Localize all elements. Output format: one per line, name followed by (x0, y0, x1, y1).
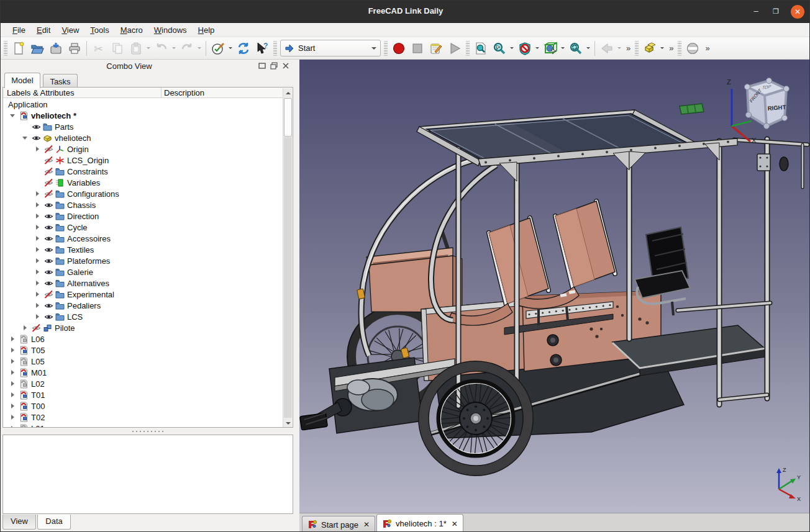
scrollbar-thumb[interactable] (284, 98, 292, 137)
tree-row[interactable]: Cycle (3, 222, 283, 233)
tree-row[interactable]: Constraints (3, 166, 283, 177)
expander-icon[interactable] (32, 289, 43, 300)
tree-row[interactable]: Plateformes (3, 255, 283, 266)
tree-row[interactable]: T02 (3, 412, 283, 423)
dock-float-icon[interactable] (270, 61, 280, 71)
panel-splitter[interactable] (131, 430, 165, 433)
expander-icon[interactable] (32, 266, 43, 277)
minimize-button[interactable]: – (749, 5, 763, 19)
tree-row[interactable]: Variables (3, 177, 283, 188)
expander-icon[interactable] (32, 255, 43, 266)
expander-icon[interactable] (32, 233, 43, 244)
navigation-cube[interactable]: Y RIGHT FRONT TOP Z X (719, 73, 794, 145)
part-workbench-icon[interactable] (641, 40, 658, 57)
toolbar-drag-handle[interactable] (678, 41, 681, 56)
menu-file[interactable]: File (7, 24, 31, 36)
tree-row[interactable]: M01 (3, 367, 283, 378)
toolbar-overflow-icon[interactable]: » (623, 43, 633, 53)
expander-icon[interactable] (32, 311, 43, 322)
tree-row[interactable]: Chassis (3, 199, 283, 210)
tab-data-properties[interactable]: Data (37, 515, 71, 530)
open-folder-icon[interactable] (29, 40, 46, 57)
toolbar-drag-handle[interactable] (384, 41, 388, 56)
expander-icon[interactable] (7, 378, 18, 389)
tree-row[interactable]: Direction (3, 210, 283, 222)
title-bar[interactable]: FreeCAD Link Daily – ❐ ✕ (1, 1, 810, 23)
tree-scrollbar[interactable] (283, 88, 292, 428)
scroll-down-icon[interactable] (283, 418, 293, 428)
tree-row[interactable]: T01 (3, 389, 283, 400)
expander-icon[interactable] (32, 222, 43, 233)
dock-splitter[interactable] (295, 60, 299, 532)
tree-row[interactable]: L02 (3, 378, 283, 389)
tree-row[interactable]: Experimental (3, 289, 283, 300)
clipping-plane-icon[interactable] (516, 40, 534, 57)
tree-row[interactable]: T00 (3, 400, 283, 412)
tree-row[interactable]: L05 (3, 356, 283, 367)
menu-help[interactable]: Help (193, 24, 221, 36)
mdi-tab-vheliotech-1-[interactable]: vheliotech : 1*✕ (376, 514, 463, 532)
tree-row[interactable]: Textiles (3, 244, 283, 255)
menu-view[interactable]: View (56, 24, 84, 36)
mdi-tab-start-page[interactable]: Start page✕ (302, 516, 375, 532)
dropdown-arrow-icon[interactable] (558, 40, 567, 57)
toolbar-drag-handle[interactable] (635, 41, 639, 56)
expander-icon[interactable] (7, 333, 18, 345)
toolbar-overflow-icon[interactable]: » (702, 43, 712, 53)
expander-icon[interactable] (7, 423, 18, 428)
menu-tools[interactable]: Tools (84, 24, 114, 36)
expander-icon[interactable] (19, 132, 30, 143)
dropdown-arrow-icon[interactable] (507, 40, 516, 57)
expander-icon[interactable] (7, 345, 18, 356)
expander-icon[interactable] (32, 143, 43, 155)
tree-row[interactable]: Accessoires (3, 233, 283, 244)
expander-icon[interactable] (7, 412, 18, 423)
column-description[interactable]: Description (164, 88, 204, 97)
tree-row[interactable]: LCS (3, 311, 283, 322)
tree-row[interactable]: Pilote (3, 322, 283, 333)
workbench-selector[interactable]: Start (280, 40, 381, 56)
web-icon[interactable] (684, 40, 701, 57)
tab-close-icon[interactable]: ✕ (452, 520, 458, 528)
expander-icon[interactable] (32, 210, 43, 222)
macro-edit-icon[interactable] (427, 40, 445, 57)
expander-icon[interactable] (32, 244, 43, 255)
close-button[interactable]: ✕ (791, 5, 804, 19)
expander-icon[interactable] (32, 199, 43, 210)
expander-icon[interactable] (32, 300, 43, 311)
tree-row[interactable]: Parts (3, 121, 283, 132)
tree-row[interactable]: Alternatives (3, 277, 283, 289)
tree-row[interactable]: L06 (3, 333, 283, 345)
expander-icon[interactable] (32, 277, 43, 289)
dock-minimize-icon[interactable] (258, 61, 268, 71)
tree-row[interactable]: vheliotech * (3, 110, 283, 121)
macro-stop-icon[interactable] (409, 40, 426, 57)
menu-macro[interactable]: Macro (115, 24, 148, 36)
save-icon[interactable] (47, 40, 65, 57)
tree-row[interactable]: Configurations (3, 188, 283, 199)
zoom-selection-icon[interactable] (491, 40, 508, 57)
zoom-fit-icon[interactable] (472, 40, 489, 57)
tree-row[interactable]: Galerie (3, 266, 283, 277)
tab-view-properties[interactable]: View (2, 515, 36, 530)
column-labels-attributes[interactable]: Labels & Attributes (7, 88, 74, 97)
tree-row[interactable]: Origin (3, 143, 283, 155)
toolbar-overflow-icon[interactable]: » (666, 43, 676, 53)
tree-row[interactable]: Pedaliers (3, 300, 283, 311)
tree-row[interactable]: Application (3, 99, 283, 110)
macro-record-icon[interactable] (390, 40, 407, 57)
draw-style-icon[interactable] (542, 40, 559, 57)
zoom-in-out-icon[interactable] (567, 40, 585, 57)
maximize-button[interactable]: ❐ (768, 5, 783, 19)
3d-viewport[interactable]: Y RIGHT FRONT TOP Z X (299, 60, 810, 513)
toolbar-drag-handle[interactable] (466, 41, 470, 56)
tab-tasks[interactable]: Tasks (43, 74, 78, 88)
dropdown-arrow-icon[interactable] (658, 40, 666, 57)
tree-row[interactable]: LCS_Origin (3, 155, 283, 166)
dropdown-arrow-icon[interactable] (584, 40, 592, 57)
toolbar-drag-handle[interactable] (4, 41, 7, 56)
dropdown-arrow-icon[interactable] (226, 40, 234, 57)
expander-icon[interactable] (32, 188, 43, 199)
expander-icon[interactable] (7, 110, 18, 121)
menu-windows[interactable]: Windows (148, 24, 193, 36)
